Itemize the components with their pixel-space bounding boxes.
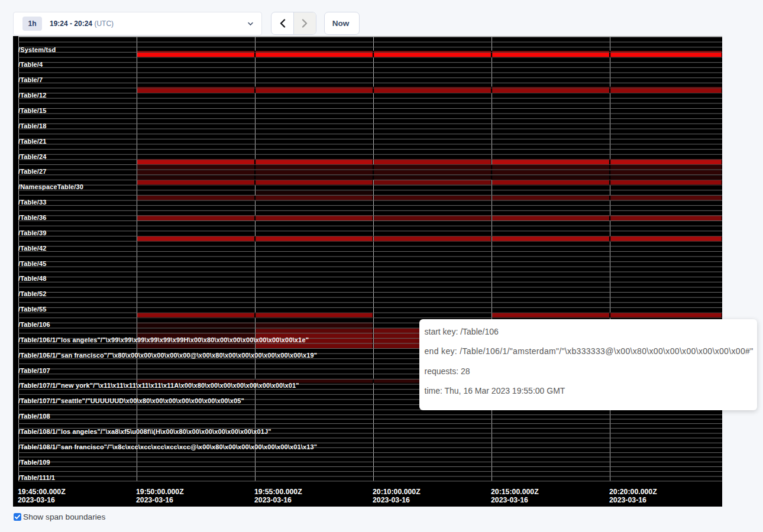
svg-text:/Table/106/1/"san francisco"/": /Table/106/1/"san francisco"/"\x80\x00\x… <box>18 352 317 359</box>
svg-text:2023-03-16: 2023-03-16 <box>491 496 528 504</box>
svg-text:/Table/108/1/"los angeles"/"\x: /Table/108/1/"los angeles"/"\xa8\xf5\u00… <box>18 428 271 435</box>
svg-text:/Table/108/1/"san francisco"/": /Table/108/1/"san francisco"/"\x8c\xcc\x… <box>18 443 317 450</box>
svg-text:/Table/45: /Table/45 <box>18 260 47 267</box>
svg-text:/Table/4: /Table/4 <box>18 61 43 68</box>
svg-text:/Table/39: /Table/39 <box>18 229 47 236</box>
svg-text:/Table/24: /Table/24 <box>18 153 47 160</box>
svg-text:19:45:00.000Z: 19:45:00.000Z <box>18 488 66 496</box>
svg-text:/System/tsd: /System/tsd <box>18 46 56 53</box>
svg-text:/Table/106/1/"los angeles"/"\x: /Table/106/1/"los angeles"/"\x99\x99\x99… <box>18 336 309 343</box>
svg-text:/Table/42: /Table/42 <box>18 245 47 252</box>
svg-text:2023-03-16: 2023-03-16 <box>136 496 173 504</box>
svg-text:/Table/52: /Table/52 <box>18 290 47 297</box>
svg-text:/Table/21: /Table/21 <box>18 138 47 145</box>
svg-text:2023-03-16: 2023-03-16 <box>373 496 410 504</box>
svg-text:/Table/109: /Table/109 <box>18 459 50 466</box>
svg-text:20:20:00.000Z: 20:20:00.000Z <box>609 488 657 496</box>
svg-text:/Table/106: /Table/106 <box>18 321 50 328</box>
svg-text:19:50:00.000Z: 19:50:00.000Z <box>136 488 184 496</box>
svg-text:19:55:00.000Z: 19:55:00.000Z <box>254 488 302 496</box>
svg-text:/Table/36: /Table/36 <box>18 214 47 221</box>
svg-text:20:10:00.000Z: 20:10:00.000Z <box>373 488 421 496</box>
svg-text:/Table/107/1/"new york"/"\x11\: /Table/107/1/"new york"/"\x11\x11\x11\x1… <box>18 382 299 389</box>
svg-text:20:15:00.000Z: 20:15:00.000Z <box>491 488 539 496</box>
svg-text:/Table/12: /Table/12 <box>18 92 47 99</box>
svg-text:/Table/107: /Table/107 <box>18 367 50 374</box>
svg-text:/Table/55: /Table/55 <box>18 306 47 313</box>
svg-text:/Table/33: /Table/33 <box>18 199 47 206</box>
svg-text:/Table/18: /Table/18 <box>18 122 47 129</box>
svg-text:/NamespaceTable/30: /NamespaceTable/30 <box>18 183 83 190</box>
svg-text:/Table/107/1/"seattle"/"UUUUUU: /Table/107/1/"seattle"/"UUUUUUD\x00\x80\… <box>18 397 244 404</box>
svg-text:/Table/7: /Table/7 <box>18 76 43 83</box>
svg-text:2023-03-16: 2023-03-16 <box>18 496 55 504</box>
svg-text:/Table/27: /Table/27 <box>18 168 47 175</box>
svg-text:2023-03-16: 2023-03-16 <box>254 496 292 504</box>
svg-text:/Table/48: /Table/48 <box>18 275 47 282</box>
svg-text:2023-03-16: 2023-03-16 <box>609 496 646 504</box>
svg-text:/Table/15: /Table/15 <box>18 107 47 114</box>
svg-text:/Table/111/1: /Table/111/1 <box>18 474 55 481</box>
svg-text:/Table/108: /Table/108 <box>18 413 50 420</box>
